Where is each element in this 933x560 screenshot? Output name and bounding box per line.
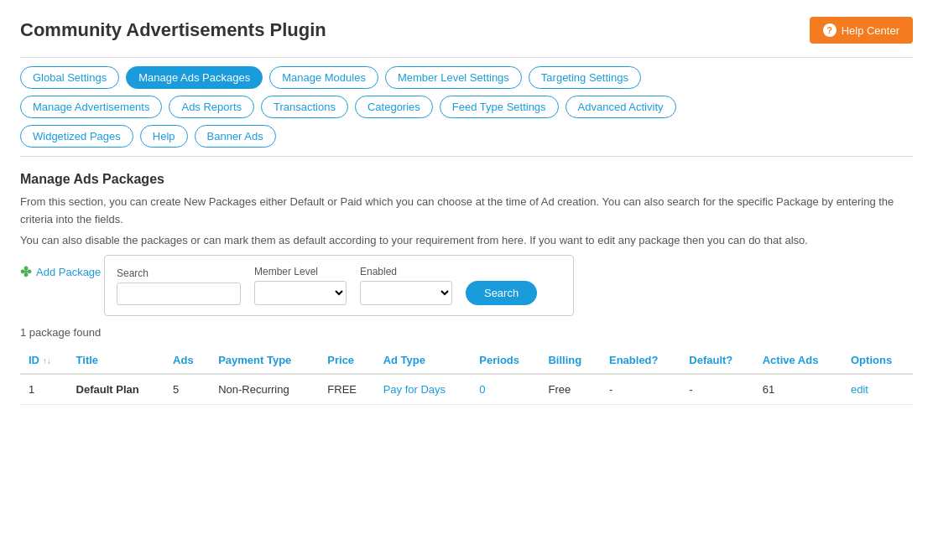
cell-active-ads: 61 bbox=[754, 374, 842, 405]
enabled-select[interactable] bbox=[360, 281, 452, 305]
tab-manage-ads-packages[interactable]: Manage Ads Packages bbox=[126, 66, 263, 89]
enabled-form-group: Enabled bbox=[360, 266, 452, 305]
col-ad-type: Ad Type bbox=[375, 347, 472, 374]
plus-icon: ✤ bbox=[20, 264, 31, 280]
cell-default: - bbox=[680, 374, 753, 405]
cell-id: 1 bbox=[20, 374, 68, 405]
member-level-form-group: Member Level bbox=[254, 266, 347, 305]
tab-transactions[interactable]: Transactions bbox=[261, 96, 348, 118]
tab-member-level-settings[interactable]: Member Level Settings bbox=[385, 66, 522, 89]
search-input[interactable] bbox=[117, 283, 241, 305]
cell-ads: 5 bbox=[164, 374, 210, 405]
nav-row-1: Global Settings Manage Ads Packages Mana… bbox=[20, 66, 913, 89]
member-level-label: Member Level bbox=[254, 266, 347, 277]
cell-billing: Free bbox=[539, 374, 601, 405]
section-title: Manage Ads Packages bbox=[20, 172, 913, 187]
cell-periods: 0 bbox=[471, 374, 539, 405]
search-button[interactable]: Search bbox=[466, 281, 537, 305]
col-periods: Periods bbox=[471, 347, 539, 374]
col-billing: Billing bbox=[539, 347, 601, 374]
add-package-link[interactable]: ✤ Add Package bbox=[20, 264, 101, 280]
nav-row-3: Widgetized Pages Help Banner Ads bbox=[20, 125, 913, 148]
question-icon: ? bbox=[823, 23, 837, 37]
col-enabled: Enabled? bbox=[601, 347, 680, 374]
cell-payment-type: Non-Recurring bbox=[210, 374, 319, 405]
section-desc-1: From this section, you can create New Pa… bbox=[20, 194, 913, 229]
result-count: 1 package found bbox=[20, 326, 913, 339]
section-desc-2: You can also disable the packages or can… bbox=[20, 232, 913, 250]
enabled-label: Enabled bbox=[360, 266, 452, 277]
tab-advanced-activity[interactable]: Advanced Activity bbox=[566, 96, 676, 118]
add-package-label: Add Package bbox=[36, 266, 101, 278]
col-payment-type: Payment Type bbox=[210, 347, 319, 374]
table-header: ID ↑↓ Title Ads Payment Type Price Ad Ty… bbox=[20, 347, 913, 374]
tab-banner-ads[interactable]: Banner Ads bbox=[195, 125, 276, 148]
search-box: Search Member Level Enabled Search bbox=[104, 255, 574, 316]
cell-options: edit bbox=[842, 374, 913, 405]
packages-table: ID ↑↓ Title Ads Payment Type Price Ad Ty… bbox=[20, 347, 913, 405]
tab-manage-advertisements[interactable]: Manage Advertisements bbox=[20, 96, 162, 118]
member-level-select[interactable] bbox=[254, 281, 347, 305]
col-default: Default? bbox=[680, 347, 753, 374]
sort-icon[interactable]: ↑↓ bbox=[43, 356, 51, 366]
table-header-row: ID ↑↓ Title Ads Payment Type Price Ad Ty… bbox=[20, 347, 913, 374]
tab-manage-modules[interactable]: Manage Modules bbox=[269, 66, 378, 89]
edit-link[interactable]: edit bbox=[851, 383, 868, 396]
tab-widgetized-pages[interactable]: Widgetized Pages bbox=[20, 125, 133, 148]
col-price: Price bbox=[319, 347, 374, 374]
col-active-ads: Active Ads bbox=[754, 347, 842, 374]
search-label: Search bbox=[117, 267, 241, 279]
cell-price: FREE bbox=[319, 374, 374, 405]
cell-title: Default Plan bbox=[68, 374, 164, 405]
cell-enabled: - bbox=[601, 374, 680, 405]
page-wrapper: Community Advertisements Plugin ? Help C… bbox=[0, 0, 933, 560]
page-main-title: Community Advertisements Plugin bbox=[20, 19, 326, 41]
tab-feed-type-settings[interactable]: Feed Type Settings bbox=[440, 96, 559, 118]
tab-global-settings[interactable]: Global Settings bbox=[20, 66, 119, 89]
help-center-label: Help Center bbox=[842, 24, 899, 37]
search-form-group: Search bbox=[117, 267, 241, 305]
col-title: Title bbox=[68, 347, 164, 374]
ad-type-link[interactable]: Pay for Days bbox=[383, 383, 446, 396]
tab-ads-reports[interactable]: Ads Reports bbox=[169, 96, 254, 118]
col-options: Options bbox=[842, 347, 913, 374]
periods-link[interactable]: 0 bbox=[479, 383, 485, 396]
col-ads: Ads bbox=[164, 347, 210, 374]
nav-tabs-wrapper: Global Settings Manage Ads Packages Mana… bbox=[20, 57, 913, 157]
cell-ad-type: Pay for Days bbox=[375, 374, 472, 405]
col-id: ID ↑↓ bbox=[20, 347, 68, 374]
tab-categories[interactable]: Categories bbox=[355, 96, 433, 118]
tab-help[interactable]: Help bbox=[140, 125, 188, 148]
nav-row-2: Manage Advertisements Ads Reports Transa… bbox=[20, 96, 913, 118]
header-row: Community Advertisements Plugin ? Help C… bbox=[20, 17, 913, 44]
table-row: 1 Default Plan 5 Non-Recurring FREE Pay … bbox=[20, 374, 913, 405]
help-center-button[interactable]: ? Help Center bbox=[810, 17, 913, 44]
tab-targeting-settings[interactable]: Targeting Settings bbox=[529, 66, 641, 89]
table-body: 1 Default Plan 5 Non-Recurring FREE Pay … bbox=[20, 374, 913, 405]
